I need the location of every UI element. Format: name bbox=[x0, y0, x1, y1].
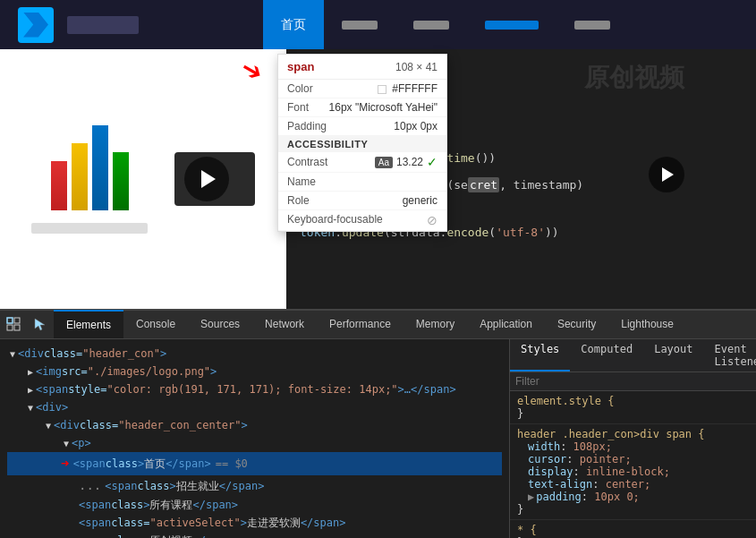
header-rule-close: } bbox=[517, 503, 749, 516]
play-button-2[interactable] bbox=[649, 157, 684, 192]
st-tab-layout[interactable]: Layout bbox=[643, 339, 703, 371]
dom-line-3: ▶ <span style="color: rgb(191, 171, 171)… bbox=[7, 380, 502, 398]
tooltip-keyboard-label: Keyboard-focusable bbox=[287, 213, 383, 227]
dom-line-highlighted[interactable]: ➔ <span class>首页</span> == $0 bbox=[7, 452, 502, 475]
st-tab-styles[interactable]: Styles bbox=[510, 339, 570, 371]
triangle-icon-4[interactable]: ▼ bbox=[25, 401, 36, 414]
website-preview: 首页 ➔ span 108 × 41 Color #FFFFFF Font 16… bbox=[0, 0, 756, 309]
site-name-bar bbox=[67, 16, 139, 34]
element-tooltip: span 108 × 41 Color #FFFFFF Font 16px "M… bbox=[277, 54, 447, 232]
site-logo bbox=[18, 7, 54, 43]
css-prop-display: display: inline-block; bbox=[517, 465, 749, 478]
header-selector: header .header_con>div span { bbox=[517, 428, 749, 440]
devtools-body: ▼ <div class="header_con"> ▶ <img src=".… bbox=[0, 339, 756, 538]
css-rule-star: * { } bbox=[510, 520, 756, 538]
tooltip-name-row: Name bbox=[278, 173, 446, 192]
page-left bbox=[0, 49, 286, 309]
tab-sources[interactable]: Sources bbox=[188, 310, 252, 338]
video-box bbox=[174, 152, 255, 206]
tooltip-role-value: generic bbox=[403, 194, 437, 207]
dom-line-6: ▼ <p> bbox=[7, 434, 502, 452]
dom-line-1: ▼ <div class="header_con"> bbox=[7, 345, 502, 363]
logo-big bbox=[31, 125, 148, 234]
tooltip-font-label: Font bbox=[287, 101, 309, 114]
tab-application[interactable]: Application bbox=[467, 310, 545, 338]
triangle-icon-3[interactable]: ▶ bbox=[25, 383, 36, 397]
contrast-number: 13.22 bbox=[396, 156, 423, 168]
contrast-aa-badge: Aa bbox=[375, 157, 393, 168]
logo-icon bbox=[23, 13, 48, 38]
tab-elements[interactable]: Elements bbox=[54, 310, 123, 338]
play-icon-2 bbox=[662, 167, 674, 182]
triangle-icon-2[interactable]: ▶ bbox=[25, 365, 36, 379]
tooltip-padding-value: 10px 0px bbox=[394, 120, 437, 132]
check-icon: ✓ bbox=[427, 155, 437, 169]
filter-input[interactable] bbox=[515, 375, 751, 388]
three-dots: ... bbox=[79, 476, 101, 495]
dom-line-2: ▶ <img src="./images/logo.png"> bbox=[7, 363, 502, 380]
tooltip-font-value: 16px "Microsoft YaHei" bbox=[329, 101, 437, 114]
dom-line-9: <span class>所有课程</span> bbox=[7, 496, 502, 514]
star-selector: * { bbox=[517, 524, 749, 536]
tooltip-color-row: Color #FFFFFF bbox=[278, 80, 446, 98]
nav-item-3[interactable] bbox=[467, 0, 556, 49]
dom-line-8: ... <span class>招生就业</span> bbox=[7, 475, 502, 496]
tooltip-tag: span bbox=[287, 60, 314, 73]
svg-rect-0 bbox=[7, 318, 13, 323]
tab-security[interactable]: Security bbox=[545, 310, 608, 338]
dom-line-5: ▼ <div class="header_con_center"> bbox=[7, 416, 502, 434]
play-icon bbox=[201, 170, 216, 188]
tooltip-role-label: Role bbox=[287, 194, 310, 207]
tooltip-color-label: Color bbox=[287, 82, 313, 95]
logo-text-bar bbox=[31, 223, 148, 234]
site-nav: 首页 bbox=[152, 0, 738, 49]
tooltip-padding-label: Padding bbox=[287, 120, 327, 132]
triangle-icon-1[interactable]: ▼ bbox=[7, 347, 18, 361]
site-header: 首页 bbox=[0, 0, 756, 49]
tooltip-role-row: Role generic bbox=[278, 192, 446, 210]
tooltip-contrast-row: Contrast Aa 13.22 ✓ bbox=[278, 152, 446, 173]
tooltip-contrast-label: Contrast bbox=[287, 156, 327, 168]
devtools-panel: Elements Console Sources Network Perform… bbox=[0, 309, 756, 538]
element-style-close: } bbox=[517, 407, 749, 420]
st-tab-computed[interactable]: Computed bbox=[570, 339, 643, 371]
tooltip-font-row: Font 16px "Microsoft YaHei" bbox=[278, 98, 446, 117]
tab-network[interactable]: Network bbox=[252, 310, 317, 338]
nav-item-4[interactable] bbox=[556, 0, 628, 49]
play-button[interactable] bbox=[184, 157, 229, 201]
bar2 bbox=[72, 143, 88, 210]
css-prop-width: width: 108px; bbox=[517, 440, 749, 453]
arrow-indicator: ➔ bbox=[61, 453, 70, 474]
contrast-value-area: Aa 13.22 ✓ bbox=[375, 155, 437, 169]
filter-bar[interactable] bbox=[510, 372, 756, 391]
svg-rect-2 bbox=[7, 325, 13, 330]
bar1 bbox=[51, 161, 67, 210]
bar4 bbox=[113, 152, 129, 210]
inspect-icon-btn[interactable] bbox=[0, 310, 27, 338]
video-thumbnail bbox=[174, 152, 255, 206]
triangle-icon-6[interactable]: ▼ bbox=[61, 437, 72, 450]
logo-bars bbox=[51, 125, 129, 210]
tab-console[interactable]: Console bbox=[123, 310, 188, 338]
st-tab-event-listeners[interactable]: Event Listeners bbox=[704, 339, 756, 371]
svg-rect-3 bbox=[14, 325, 20, 330]
nav-item-1[interactable] bbox=[324, 0, 395, 49]
dom-panel: ▼ <div class="header_con"> ▶ <img src=".… bbox=[0, 339, 510, 538]
tab-lighthouse[interactable]: Lighthouse bbox=[608, 310, 686, 338]
triangle-icon-5[interactable]: ▼ bbox=[43, 419, 54, 432]
tooltip-keyboard-row: Keyboard-focusable ⊘ bbox=[278, 210, 446, 231]
element-style-selector: element.style { bbox=[517, 395, 749, 407]
svg-marker-4 bbox=[35, 319, 45, 330]
css-prop-text-align: text-align: center; bbox=[517, 478, 749, 491]
styles-panel: Styles Computed Layout Event Listeners e… bbox=[510, 339, 756, 538]
page-title-zh: 原创视频 bbox=[584, 58, 684, 98]
nav-item-2[interactable] bbox=[395, 0, 467, 49]
tab-performance[interactable]: Performance bbox=[317, 310, 403, 338]
css-prop-cursor: cursor: pointer; bbox=[517, 453, 749, 465]
nav-home[interactable]: 首页 bbox=[263, 0, 324, 49]
devtools-tabs: Elements Console Sources Network Perform… bbox=[0, 311, 756, 339]
bar3 bbox=[92, 125, 108, 210]
cursor-icon-btn[interactable] bbox=[27, 310, 54, 338]
tooltip-header: span 108 × 41 bbox=[278, 55, 446, 80]
tab-memory[interactable]: Memory bbox=[403, 310, 467, 338]
